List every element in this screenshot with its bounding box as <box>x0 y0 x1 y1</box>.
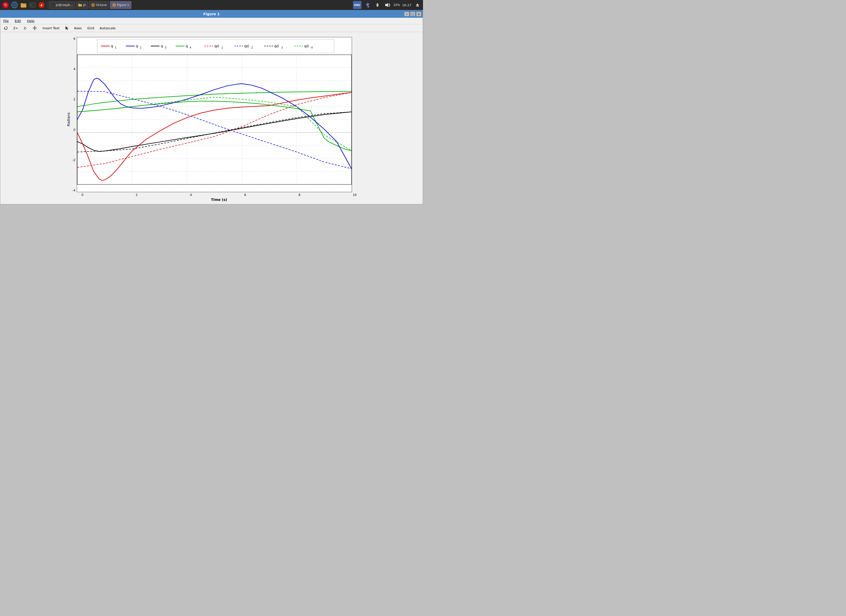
minimize-button[interactable]: − <box>404 12 409 16</box>
svg-text:3: 3 <box>165 46 166 49</box>
folder-app[interactable]: pi <box>76 1 88 9</box>
clock: 16:27 <box>402 3 411 7</box>
plot-area-outer: Radians 6 4 2 0 -2 -4 <box>66 37 357 201</box>
svg-text:qd: qd <box>244 44 249 48</box>
svg-marker-21 <box>416 3 419 6</box>
terminal-taskbar-icon[interactable]: >_ <box>28 1 37 9</box>
svg-rect-13 <box>78 4 82 6</box>
figure1-window: Figure 1 − □ × File Edit Help Z+ Z- <box>0 10 423 204</box>
y-axis-label: Radians <box>66 37 70 201</box>
maximize-button[interactable]: □ <box>410 12 415 16</box>
svg-marker-26 <box>34 26 35 27</box>
svg-text:q: q <box>136 44 138 48</box>
plot-wrapper: Radians 6 4 2 0 -2 -4 <box>66 37 357 201</box>
taskbar-right: VNC 20% 16:27 <box>353 1 422 9</box>
svg-text:4: 4 <box>311 46 313 49</box>
browser-icon[interactable] <box>10 1 19 9</box>
octave-app[interactable]: Octave <box>89 1 109 9</box>
svg-marker-29 <box>36 28 37 28</box>
menu-help[interactable]: Help <box>26 19 35 23</box>
toolbar: Z+ Z- Insert Text Axes <box>0 24 423 32</box>
zoom-in-button[interactable]: Z+ <box>12 26 20 31</box>
autoscale-button[interactable]: Autoscale <box>98 26 117 31</box>
svg-text:2: 2 <box>140 46 141 49</box>
svg-text:qd: qd <box>304 44 309 48</box>
svg-point-15 <box>92 4 94 6</box>
network-icon[interactable] <box>373 1 382 9</box>
svg-text:1: 1 <box>221 46 223 49</box>
refresh-tool[interactable] <box>2 25 9 31</box>
svg-rect-31 <box>77 37 351 192</box>
svg-text:>_: >_ <box>30 3 34 6</box>
svg-text:★: ★ <box>40 3 43 7</box>
svg-marker-19 <box>376 5 379 7</box>
y-axis-and-plot: 6 4 2 0 -2 -4 <box>72 37 357 192</box>
grid-button[interactable]: Grid <box>86 26 95 31</box>
separator-1 <box>47 2 47 8</box>
eject-icon[interactable] <box>414 1 422 9</box>
x-ticks: 0 2 4 6 8 10 <box>82 192 357 197</box>
taskbar: 🍓 >_ ★ >_ <box>0 0 423 10</box>
svg-marker-18 <box>376 3 379 5</box>
terminal-app[interactable]: >_ pi@raspb... <box>49 1 75 9</box>
x-axis-label: Time (s) <box>82 198 357 201</box>
menu-edit[interactable]: Edit <box>14 19 22 23</box>
svg-text:4: 4 <box>190 46 191 49</box>
menu-file[interactable]: File <box>2 19 10 23</box>
svg-rect-22 <box>416 6 419 6</box>
axes-button[interactable]: Axes <box>72 26 83 31</box>
plot-svg: q 1 q 2 q 3 q <box>77 37 352 192</box>
svg-text:qd: qd <box>275 44 279 48</box>
svg-text:2: 2 <box>251 46 253 49</box>
figure1-app[interactable]: Figure 1 <box>110 1 131 9</box>
volume-icon[interactable] <box>383 1 392 9</box>
svg-text:1: 1 <box>115 46 117 49</box>
svg-text:q: q <box>161 44 163 48</box>
svg-marker-28 <box>32 28 34 28</box>
filemanager-icon[interactable] <box>19 1 28 9</box>
battery-indicator: 20% <box>394 3 400 7</box>
vnc-icon[interactable]: VNC <box>353 1 361 9</box>
plot-with-axes: 6 4 2 0 -2 -4 <box>72 37 357 201</box>
close-button[interactable]: × <box>416 12 421 16</box>
raspberry-pi-icon[interactable]: 🍓 <box>1 1 9 9</box>
svg-text:🍓: 🍓 <box>3 3 8 7</box>
zoom-out-button[interactable]: Z- <box>22 26 28 31</box>
svg-text:3: 3 <box>281 46 283 49</box>
window-titlebar: Figure 1 − □ × <box>0 10 423 18</box>
insert-text-button[interactable]: Insert Text <box>41 26 61 31</box>
svg-point-17 <box>113 4 115 6</box>
bluetooth-icon[interactable] <box>363 1 372 9</box>
y-ticks: 6 4 2 0 -2 -4 <box>72 37 77 192</box>
plot-container: Radians 6 4 2 0 -2 -4 <box>0 32 423 204</box>
svg-marker-30 <box>66 26 69 30</box>
svg-text:q: q <box>186 44 188 48</box>
svg-marker-23 <box>4 27 6 28</box>
svg-marker-20 <box>385 3 388 7</box>
svg-marker-27 <box>34 29 35 30</box>
svg-text:q: q <box>111 44 113 48</box>
window-controls: − □ × <box>404 12 421 16</box>
menubar: File Edit Help <box>0 18 423 24</box>
svg-text:>_: >_ <box>51 4 54 6</box>
select-tool[interactable] <box>63 25 70 31</box>
svg-text:qd: qd <box>214 44 219 48</box>
wolf-icon[interactable]: ★ <box>38 1 46 9</box>
pan-tool[interactable] <box>31 25 38 31</box>
